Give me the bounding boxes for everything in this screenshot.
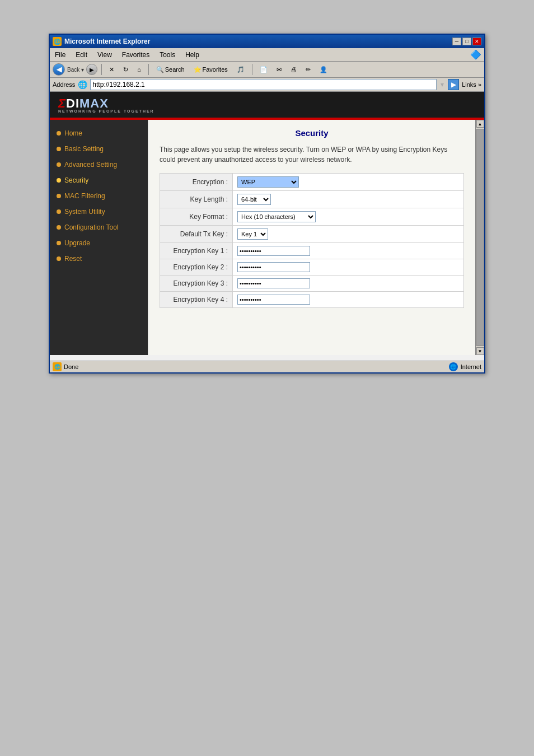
encryption-key-2-input[interactable] — [237, 262, 310, 272]
sidebar-label-home: Home — [64, 129, 82, 137]
logo-subtitle: NETWORKING PEOPLE TOGETHER — [58, 109, 154, 113]
stop-button[interactable]: ✕ — [106, 64, 118, 75]
row-encryption: Encryption : WEP WPA None — [160, 174, 464, 191]
back-label[interactable]: Back ▾ — [67, 67, 84, 73]
go-button[interactable]: ▶ — [448, 79, 459, 90]
menu-favorites[interactable]: Favorites — [120, 50, 152, 59]
menu-help[interactable]: Help — [183, 50, 202, 59]
back-button[interactable]: ◀ — [53, 63, 65, 76]
sidebar-bullet-security — [57, 178, 61, 183]
sidebar-bullet-config — [57, 225, 61, 230]
title-bar: 🌐 Microsoft Internet Explorer ─ □ ✕ — [50, 35, 484, 48]
sidebar-bullet-basic — [57, 147, 61, 151]
sidebar-label-upgrade: Upgrade — [64, 239, 90, 247]
control-encryption-key-2 — [233, 259, 464, 276]
sidebar: Home Basic Setting Advanced Setting Secu… — [50, 120, 148, 355]
logo-di: DI — [66, 96, 79, 110]
sidebar-item-mac-filtering[interactable]: MAC Filtering — [50, 188, 148, 204]
print-button[interactable]: 🖨 — [287, 64, 300, 74]
favorites-label: Favorites — [203, 66, 228, 73]
scroll-up-button[interactable]: ▲ — [476, 120, 484, 128]
sidebar-label-basic: Basic Setting — [64, 145, 104, 153]
row-encryption-key-3: Encryption Key 3 : — [160, 276, 464, 292]
sidebar-label-sysutil: System Utility — [64, 208, 105, 216]
logo-sigma: Σ — [58, 96, 66, 110]
internet-icon: 🌐 — [449, 362, 458, 371]
edit-button[interactable]: ✏ — [302, 64, 314, 75]
page-title: Security — [160, 128, 464, 138]
key-length-select[interactable]: 64-bit 128-bit — [237, 194, 271, 205]
label-encryption-key-2: Encryption Key 2 : — [160, 259, 233, 276]
encryption-select[interactable]: WEP WPA None — [237, 176, 299, 188]
scroll-thumb[interactable] — [476, 129, 484, 346]
key-format-select[interactable]: Hex (10 characters) ASCII (5 characters) — [237, 211, 316, 222]
logo-max: MAX — [79, 96, 109, 110]
links-button[interactable]: Links » — [462, 81, 481, 88]
title-bar-buttons: ─ □ ✕ — [452, 38, 481, 45]
ie-logo-icon: 🔷 — [470, 49, 481, 60]
control-encryption-key-3 — [233, 276, 464, 292]
sidebar-item-home[interactable]: Home — [50, 125, 148, 141]
refresh-button[interactable]: ↻ — [120, 64, 132, 75]
address-page-icon: 🌐 — [78, 80, 87, 89]
forward-button[interactable]: ▶ — [86, 64, 97, 75]
scroll-bar: ▲ ▼ — [475, 120, 484, 355]
maximize-button[interactable]: □ — [462, 38, 471, 45]
toolbar-separator-1 — [101, 64, 102, 75]
sidebar-label-config: Configuration Tool — [64, 223, 119, 231]
main-layout: Home Basic Setting Advanced Setting Secu… — [50, 120, 484, 355]
mail-button[interactable]: ✉ — [273, 64, 285, 75]
media-button[interactable]: 🎵 — [233, 64, 248, 75]
row-encryption-key-4: Encryption Key 4 : — [160, 292, 464, 308]
menu-view[interactable]: View — [95, 50, 114, 59]
row-encryption-key-2: Encryption Key 2 : — [160, 259, 464, 276]
messenger-button[interactable]: 👤 — [316, 64, 331, 75]
control-default-tx-key: Key 1 Key 2 Key 3 Key 4 — [233, 226, 464, 243]
row-key-format: Key Format : Hex (10 characters) ASCII (… — [160, 208, 464, 226]
status-text: Done — [64, 363, 78, 370]
sidebar-item-advanced-setting[interactable]: Advanced Setting — [50, 157, 148, 172]
status-right: 🌐 Internet — [449, 362, 481, 371]
address-label: Address — [53, 81, 75, 88]
sidebar-item-reset[interactable]: Reset — [50, 251, 148, 267]
minimize-button[interactable]: ─ — [452, 38, 461, 45]
encryption-key-1-input[interactable] — [237, 246, 310, 256]
search-button[interactable]: 🔍 Search — [153, 64, 188, 75]
edimax-logo: ΣDIMAX NETWORKING PEOPLE TOGETHER — [58, 96, 154, 113]
security-form-table: Encryption : WEP WPA None Key — [160, 173, 464, 308]
menu-file[interactable]: File — [53, 50, 68, 59]
encryption-key-3-input[interactable] — [237, 278, 310, 288]
intro-text: This page allows you setup the wireless … — [160, 144, 464, 165]
sidebar-label-security: Security — [64, 176, 88, 184]
home-button[interactable]: ⌂ — [134, 64, 144, 74]
favorites-button[interactable]: ⭐ Favorites — [190, 64, 231, 75]
sidebar-item-basic-setting[interactable]: Basic Setting — [50, 141, 148, 157]
address-input[interactable] — [90, 79, 437, 90]
menu-edit[interactable]: Edit — [73, 50, 90, 59]
status-left: 🌐 Done — [53, 362, 78, 371]
sidebar-bullet-upgrade — [57, 241, 61, 245]
encryption-key-4-input[interactable] — [237, 295, 310, 305]
history-button[interactable]: 📄 — [256, 64, 271, 75]
toolbar: ◀ Back ▾ ▶ ✕ ↻ ⌂ 🔍 Search ⭐ Favorites 🎵 … — [50, 62, 484, 78]
address-dropdown-arrow[interactable]: ▾ — [441, 81, 444, 88]
window-title: Microsoft Internet Explorer — [64, 38, 150, 45]
label-default-tx-key: Default Tx Key : — [160, 226, 233, 243]
close-button[interactable]: ✕ — [472, 38, 481, 45]
control-key-length: 64-bit 128-bit — [233, 191, 464, 208]
sidebar-item-configuration-tool[interactable]: Configuration Tool — [50, 220, 148, 235]
menu-bar: File Edit View Favorites Tools Help 🔷 — [50, 48, 484, 62]
control-encryption: WEP WPA None — [233, 174, 464, 191]
control-encryption-key-4 — [233, 292, 464, 308]
ie-window: 🌐 Microsoft Internet Explorer ─ □ ✕ File… — [49, 34, 485, 374]
label-encryption-key-4: Encryption Key 4 : — [160, 292, 233, 308]
default-tx-key-select[interactable]: Key 1 Key 2 Key 3 Key 4 — [237, 228, 268, 240]
sidebar-label-reset: Reset — [64, 255, 82, 263]
menu-tools[interactable]: Tools — [157, 50, 177, 59]
sidebar-item-system-utility[interactable]: System Utility — [50, 204, 148, 220]
sidebar-item-security[interactable]: Security — [50, 172, 148, 188]
sidebar-label-mac: MAC Filtering — [64, 192, 105, 200]
label-key-length: Key Length : — [160, 191, 233, 208]
scroll-down-button[interactable]: ▼ — [476, 347, 484, 355]
sidebar-item-upgrade[interactable]: Upgrade — [50, 235, 148, 251]
